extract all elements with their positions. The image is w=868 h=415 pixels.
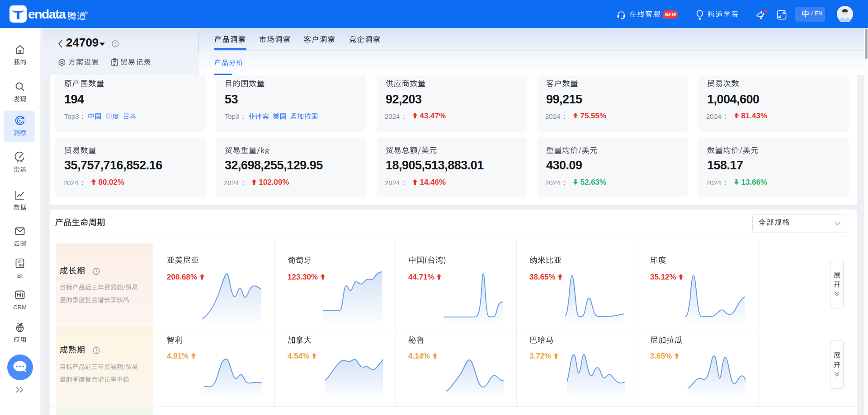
svg-text:BI: BI bbox=[19, 263, 23, 267]
